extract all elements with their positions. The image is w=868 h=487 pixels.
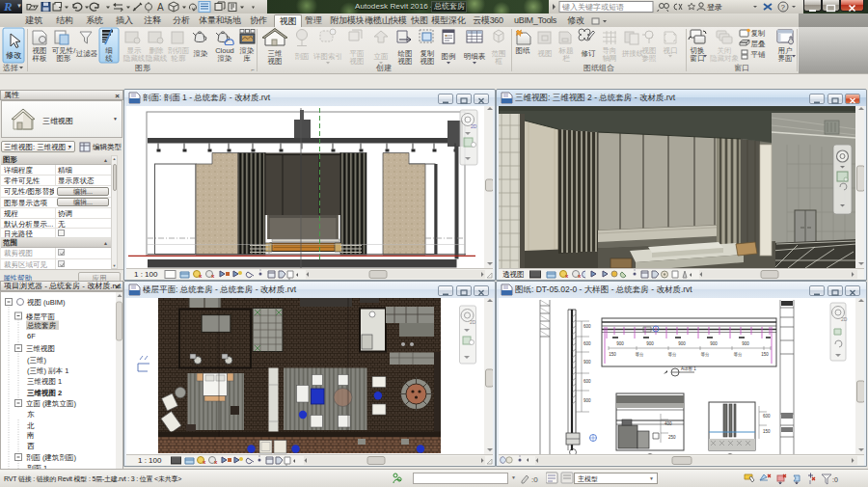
svg-text:⌐: ⌐ [251,67,255,72]
svg-text:900: 900 [646,341,654,346]
svg-text::0: :0 [531,475,538,484]
svg-text:视图: 视图 [420,57,435,66]
svg-text:三维视图: 三维视图 [26,344,55,353]
svg-text:过滤器: 过滤器 [76,49,98,58]
svg-text:层叠: 层叠 [751,40,767,48]
svg-text:隐藏线: 隐藏线 [123,54,146,63]
svg-text:北: 北 [27,421,35,430]
svg-text:A详图 1: A详图 1 [681,366,696,371]
svg-text:窗口: 窗口 [734,64,749,72]
svg-text:600: 600 [583,379,591,384]
svg-text:图例: 图例 [442,52,456,61]
svg-text:150: 150 [761,352,769,357]
svg-text:900: 900 [583,360,591,365]
svg-text:900: 900 [678,341,686,346]
svg-text:轴网: 轴网 [603,54,617,63]
svg-text:剖面: 剖面 [295,52,311,61]
svg-text:视图 (uBIM): 视图 (uBIM) [27,298,66,307]
svg-text:隐藏线: 隐藏线 [146,54,168,63]
svg-text:150: 150 [609,352,616,357]
svg-text:栏: 栏 [562,54,570,63]
svg-text:立面: 立面 [374,52,390,61]
svg-text:400: 400 [665,421,672,426]
svg-text:2D: 2D [470,319,476,325]
svg-text:600: 600 [763,414,771,419]
svg-text:修订: 修订 [582,49,597,58]
svg-text:三维视图 1: 三维视图 1 [27,377,62,386]
svg-text:(三维): (三维) [27,356,46,365]
svg-text:隐藏对象: 隐藏对象 [710,54,740,63]
svg-text:详图索引: 详图索引 [313,52,342,61]
svg-text:视图: 视图 [350,57,365,66]
svg-text:图形: 图形 [135,64,150,72]
svg-text:窗口: 窗口 [691,54,705,63]
svg-text:拼接线: 拼接线 [622,49,644,58]
svg-text:界面: 界面 [778,54,794,63]
svg-text:西: 西 [27,442,35,450]
svg-text:参照: 参照 [642,54,657,63]
svg-text:等分: 等分 [734,352,744,357]
svg-text:600: 600 [583,324,591,329]
svg-text:6F: 6F [27,332,36,340]
svg-text:楼层平面: 楼层平面 [26,312,56,321]
svg-text:A: A [157,2,164,13]
svg-text:剖面 (建筑剖面): 剖面 (建筑剖面) [26,453,77,462]
svg-text:1 : 100: 1 : 100 [134,270,158,279]
svg-text:视图: 视图 [268,57,283,66]
svg-text:登录: 登录 [707,3,722,12]
svg-text:键入关键字或短语: 键入关键字或短语 [561,3,624,12]
svg-text::0: :0 [832,476,838,483]
svg-text:2D: 2D [471,123,477,129]
svg-text:线: 线 [105,54,113,63]
svg-text:库: 库 [243,54,251,63]
svg-text:2D: 2D [841,316,848,322]
svg-text:视口: 视口 [664,46,678,55]
svg-text:视图: 视图 [538,49,553,58]
svg-text:等分: 等分 [701,352,711,357]
svg-text:250: 250 [668,435,676,440]
svg-text:立面 (建筑立面): 立面 (建筑立面) [26,399,77,408]
svg-text:900: 900 [742,341,749,346]
svg-text:图纸: 图纸 [516,46,531,55]
svg-text:东: 东 [27,410,35,419]
svg-text:创建: 创建 [375,64,392,72]
svg-text:修改: 修改 [6,51,22,60]
svg-text:900: 900 [710,341,718,346]
svg-text:(三维) 副本 1: (三维) 副本 1 [27,366,68,375]
svg-text:透视图: 透视图 [502,270,525,279]
svg-text:样板: 样板 [33,54,48,63]
svg-text:900: 900 [616,341,624,346]
svg-text:总统套房: 总统套房 [26,321,57,330]
svg-text:轮廓: 轮廓 [171,54,187,63]
svg-text:150: 150 [763,429,771,434]
svg-text:等分: 等分 [668,352,678,357]
svg-text:?: ? [781,3,786,12]
svg-text:平铺: 平铺 [751,50,767,59]
svg-text:900: 900 [583,398,591,403]
svg-text:等分: 等分 [636,352,645,357]
svg-text:600: 600 [583,341,591,346]
svg-text:视图: 视图 [398,57,413,66]
svg-text:图纸组合: 图纸组合 [583,64,614,72]
svg-text:渲染: 渲染 [218,54,233,63]
svg-text:三维视图 2: 三维视图 2 [27,389,62,397]
svg-text:明细表: 明细表 [464,52,486,61]
svg-text:南: 南 [26,431,35,440]
svg-text:框: 框 [495,57,502,66]
svg-text:渲染: 渲染 [194,49,209,58]
svg-text:选择: 选择 [3,64,18,72]
svg-text:复制: 复制 [751,29,766,38]
svg-text:图形: 图形 [57,54,72,63]
svg-text:1 : 100: 1 : 100 [138,456,162,465]
